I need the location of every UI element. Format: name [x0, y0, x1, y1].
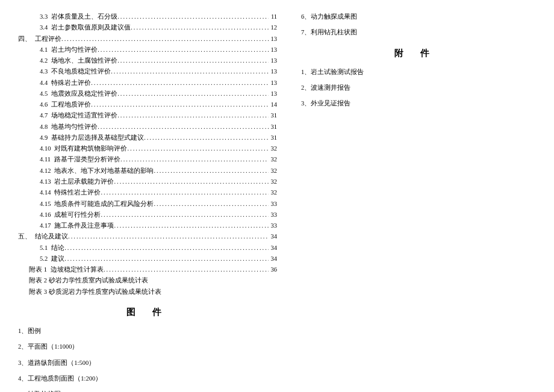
toc-entry: 附表 1边坡稳定性计算表............................… [29, 265, 277, 275]
toc-page: 33 [271, 199, 278, 209]
toc-number: 五、 [18, 232, 31, 241]
toc-title: 地表水、地下水对地基基础的影响 [54, 166, 154, 176]
toc-leader-dots: ........................................… [101, 210, 268, 220]
toc-container: 3.3岩体质量及土、石分级...........................… [18, 12, 277, 297]
figures-list-right: 6、动力触探成果图7、利用钻孔柱状图 [301, 12, 530, 38]
toc-title: 特殊岩土评价 [51, 78, 91, 88]
toc-page: 33 [271, 210, 278, 220]
toc-number: 4.4 [40, 78, 48, 88]
toc-entry: 4.11路基干湿类型分析评价..........................… [40, 155, 277, 164]
toc-title: 场地水、土腐蚀性评价 [51, 56, 117, 66]
toc-entry: 四、工程评价..................................… [18, 34, 277, 44]
toc-page: 13 [271, 78, 278, 88]
toc-entry: 4.12地表水、地下水对地基基础的影响.....................… [40, 166, 277, 176]
toc-number: 4.10 [40, 144, 51, 154]
toc-leader-dots: ........................................… [117, 89, 268, 99]
toc-leader-dots: ........................................… [111, 67, 268, 76]
toc-leader-dots: ........................................… [104, 265, 269, 275]
toc-number: 4.12 [40, 166, 51, 176]
toc-entry: 4.16成桩可行性分析.............................… [40, 210, 277, 220]
toc-page: 34 [271, 243, 278, 253]
attachments-heading: 附 件 [301, 46, 530, 60]
toc-page: 32 [271, 144, 278, 154]
toc-title: 路基干湿类型分析评价 [54, 155, 120, 164]
toc-number: 4.17 [40, 221, 51, 231]
toc-leader-dots: ........................................… [68, 232, 269, 241]
toc-page: 13 [271, 45, 278, 55]
toc-page: 32 [271, 166, 278, 176]
list-item: 7、利用钻孔柱状图 [301, 28, 530, 37]
toc-title: 岩土层承载能力评价 [54, 177, 114, 187]
toc-leader-dots: ........................................… [98, 122, 268, 132]
toc-title: 岩土均匀性评价 [51, 45, 98, 55]
list-item: 1、岩土试验测试报告 [301, 67, 530, 77]
toc-entry: 4.7场地稳定性适宜性评价...........................… [40, 111, 277, 120]
toc-title: 工程评价 [35, 34, 61, 44]
toc-page: 13 [271, 34, 278, 44]
list-item: 3、道路纵剖面图（1:500） [18, 358, 277, 368]
toc-leader-dots: ........................................… [91, 100, 268, 110]
list-item: 5、钻孔柱状图 [18, 390, 277, 392]
toc-leader-dots: ........................................… [61, 34, 269, 44]
toc-number: 4.8 [40, 122, 48, 132]
toc-title: 成桩可行性分析 [54, 210, 101, 220]
toc-page: 32 [271, 177, 278, 187]
toc-leader-dots: ........................................… [101, 188, 268, 198]
toc-entry: 4.4特殊岩土评价...............................… [40, 78, 277, 88]
toc-entry-plain: 附表 2 砂岩力学性质室内试验成果统计表 [29, 276, 277, 285]
toc-leader-dots: ........................................… [154, 199, 268, 209]
toc-page: 32 [271, 155, 278, 164]
toc-number: 4.14 [40, 188, 51, 198]
toc-title: 岩体质量及土、石分级 [51, 12, 117, 22]
toc-number: 4.16 [40, 210, 51, 220]
toc-leader-dots: ........................................… [114, 177, 268, 187]
toc-title: 边坡稳定性计算表 [51, 265, 104, 275]
toc-entry-plain: 附表 3 砂质泥岩力学性质室内试验成果统计表 [29, 287, 277, 297]
right-column: 6、动力触探成果图7、利用钻孔柱状图 附 件 1、岩土试验测试报告2、波速测井报… [289, 12, 530, 380]
figures-heading: 图 件 [18, 305, 277, 319]
toc-number: 3.3 [40, 12, 48, 22]
toc-page: 13 [271, 67, 278, 76]
toc-leader-dots: ........................................… [144, 133, 268, 143]
toc-entry: 5.1结论...................................… [40, 243, 277, 253]
toc-title: 特殊性岩土评价 [54, 188, 101, 198]
toc-entry: 4.10对既有建构筑物影响评价.........................… [40, 144, 277, 154]
toc-page: 14 [271, 100, 278, 110]
toc-entry: 4.14特殊性岩土评价.............................… [40, 188, 277, 198]
toc-page: 32 [271, 188, 278, 198]
left-column: 3.3岩体质量及土、石分级...........................… [18, 12, 289, 380]
toc-number: 附表 1 [29, 265, 47, 275]
toc-entry: 五、结论及建议.................................… [18, 232, 277, 241]
toc-entry: 4.2场地水、土腐蚀性评价...........................… [40, 56, 277, 66]
toc-leader-dots: ........................................… [91, 78, 268, 88]
toc-title: 地震效应及稳定性评价 [51, 89, 117, 99]
toc-title: 建议 [51, 254, 64, 264]
toc-title: 对既有建构筑物影响评价 [54, 144, 127, 154]
list-item: 1、图例 [18, 326, 277, 336]
toc-number: 4.1 [40, 45, 48, 55]
toc-page: 31 [271, 122, 278, 132]
toc-page: 13 [271, 56, 278, 66]
toc-leader-dots: ........................................… [127, 144, 268, 154]
toc-number: 4.15 [40, 199, 51, 209]
toc-leader-dots: ........................................… [117, 56, 268, 66]
toc-title: 岩土参数取值原则及建议值 [51, 23, 131, 33]
list-item: 4、工程地质剖面图（1:200） [18, 374, 277, 384]
toc-number: 四、 [18, 34, 31, 44]
toc-entry: 3.4岩土参数取值原则及建议值.........................… [40, 23, 277, 33]
toc-leader-dots: ........................................… [64, 254, 268, 264]
toc-number: 4.3 [40, 67, 48, 76]
toc-title: 基础持力层选择及基础型式建议 [51, 133, 144, 143]
toc-entry: 4.9基础持力层选择及基础型式建议.......................… [40, 133, 277, 143]
toc-leader-dots: ........................................… [120, 155, 269, 164]
toc-leader-dots: ........................................… [114, 221, 268, 231]
toc-page: 12 [271, 23, 278, 33]
toc-page: 34 [271, 254, 278, 264]
toc-number: 4.11 [40, 155, 51, 164]
toc-leader-dots: ........................................… [117, 12, 269, 22]
toc-entry: 5.2建议...................................… [40, 254, 277, 264]
toc-entry: 4.6工程地质评价...............................… [40, 100, 277, 110]
toc-number: 3.4 [40, 23, 48, 33]
toc-number: 5.2 [40, 254, 48, 264]
toc-leader-dots: ........................................… [64, 243, 268, 253]
